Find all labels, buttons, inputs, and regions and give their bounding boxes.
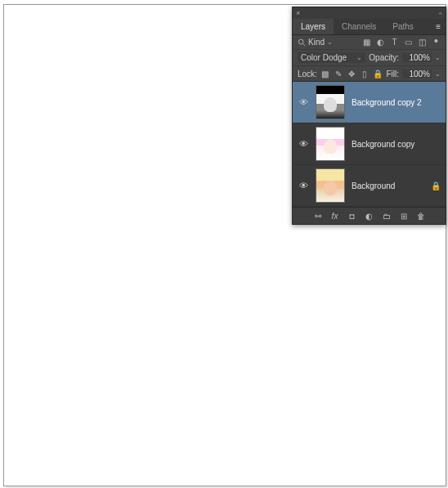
lock-artboard-icon[interactable]: ▯ <box>360 69 370 78</box>
filter-kind-dropdown[interactable]: Kind ⌄ <box>308 38 333 47</box>
filter-row: Kind ⌄ ▦ ◐ T ▭ ◫ • <box>293 35 446 50</box>
visibility-eye-icon[interactable]: 👁 <box>298 139 309 149</box>
collapse-icon[interactable]: « <box>439 10 442 17</box>
filter-dot-icon[interactable]: • <box>432 36 441 45</box>
lock-position-icon[interactable]: ✥ <box>347 69 356 78</box>
layer-name-label[interactable]: Background copy <box>352 140 414 149</box>
blend-row: Color Dodge ⌄ Opacity: 100% ⌄ <box>293 50 446 66</box>
blend-mode-value: Color Dodge <box>301 53 347 62</box>
fx-icon[interactable]: fx <box>330 211 340 221</box>
panel-titlebar: × « <box>293 7 446 19</box>
fill-label: Fill: <box>386 69 399 78</box>
svg-line-1 <box>303 43 306 46</box>
layer-row[interactable]: 👁Background copy 2 <box>293 82 446 123</box>
opacity-label: Opacity: <box>369 53 399 62</box>
visibility-eye-icon[interactable]: 👁 <box>298 181 309 190</box>
chevron-down-icon: ⌄ <box>327 38 333 46</box>
svg-point-0 <box>298 39 303 44</box>
tab-channels[interactable]: Channels <box>334 19 384 34</box>
lock-icon[interactable]: 🔒 <box>431 181 441 190</box>
tab-paths[interactable]: Paths <box>384 19 422 34</box>
layer-name-label[interactable]: Background <box>352 181 395 190</box>
layer-thumbnail[interactable] <box>316 168 345 203</box>
lock-label: Lock: <box>298 69 317 78</box>
search-icon <box>298 38 306 47</box>
adjustment-layer-icon[interactable]: ◐ <box>365 211 374 221</box>
filter-type-icon[interactable]: T <box>390 38 399 47</box>
delete-layer-icon[interactable]: 🗑 <box>416 211 426 221</box>
filter-smart-icon[interactable]: ◫ <box>418 38 427 47</box>
visibility-eye-icon[interactable]: 👁 <box>298 97 309 107</box>
lock-row: Lock: ▩ ✎ ✥ ▯ 🔒 Fill: 100% ⌄ <box>293 66 446 82</box>
lock-all-icon[interactable]: 🔒 <box>373 69 383 78</box>
layers-bottom-toolbar: ⚯ fx ◘ ◐ 🗀 ⊞ 🗑 <box>293 207 446 224</box>
layer-name-label[interactable]: Background copy 2 <box>352 98 422 107</box>
filter-adjust-icon[interactable]: ◐ <box>376 38 385 47</box>
layer-thumbnail[interactable] <box>316 85 345 119</box>
layer-row[interactable]: 👁Background copy <box>293 123 446 165</box>
link-layers-icon[interactable]: ⚯ <box>313 211 323 221</box>
lock-transparency-icon[interactable]: ▩ <box>320 69 330 78</box>
lock-pixels-icon[interactable]: ✎ <box>334 69 343 78</box>
tab-layers[interactable]: Layers <box>293 19 334 34</box>
panel-menu-icon[interactable]: ≡ <box>431 19 446 34</box>
layer-thumbnail[interactable] <box>316 127 345 161</box>
layers-panel: × « Layers Channels Paths ≡ Kind ⌄ ▦ ◐ T… <box>292 7 446 225</box>
chevron-down-icon[interactable]: ⌄ <box>435 70 441 78</box>
panel-tabs: Layers Channels Paths ≡ <box>293 19 446 35</box>
fill-input[interactable]: 100% <box>402 69 432 78</box>
chevron-down-icon: ⌄ <box>356 54 362 61</box>
add-mask-icon[interactable]: ◘ <box>347 211 357 221</box>
layers-list: 👁Background copy 2👁Background copy👁Backg… <box>293 82 446 207</box>
blend-mode-dropdown[interactable]: Color Dodge ⌄ <box>298 52 365 63</box>
close-icon[interactable]: × <box>296 9 300 17</box>
new-group-icon[interactable]: 🗀 <box>382 211 392 221</box>
chevron-down-icon[interactable]: ⌄ <box>435 54 441 61</box>
layer-row[interactable]: 👁Background🔒 <box>293 165 446 207</box>
filter-pixel-icon[interactable]: ▦ <box>362 38 371 47</box>
filter-kind-label: Kind <box>308 38 325 47</box>
new-layer-icon[interactable]: ⊞ <box>399 211 409 221</box>
filter-shape-icon[interactable]: ▭ <box>404 38 413 47</box>
opacity-input[interactable]: 100% <box>402 53 432 62</box>
